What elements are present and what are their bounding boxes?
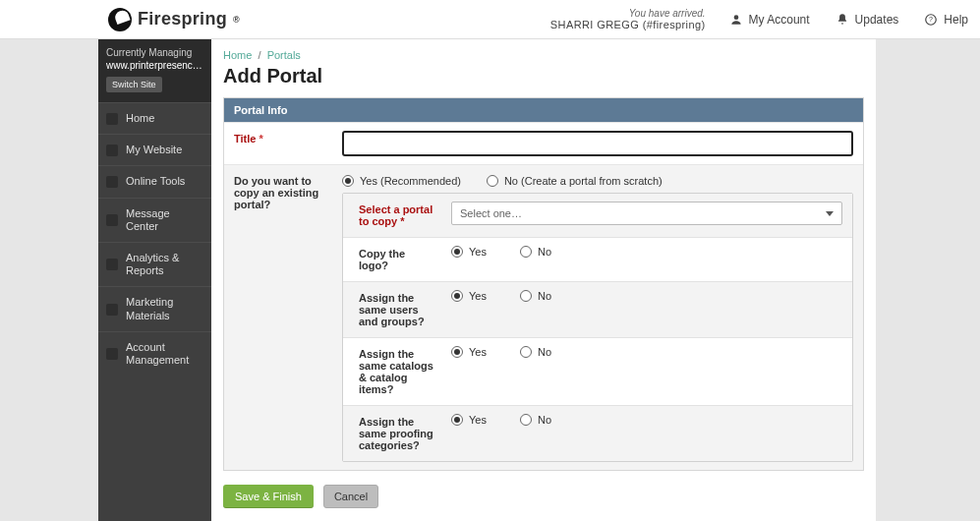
cancel-button[interactable]: Cancel (323, 485, 378, 508)
help-label: Help (944, 13, 968, 27)
assign-proofing-label: Assign the same proofing categories? (343, 406, 441, 461)
svg-text:?: ? (929, 16, 933, 23)
bell-icon (836, 13, 849, 27)
title-label: Title * (224, 123, 332, 164)
managing-label: Currently Managing (106, 47, 203, 58)
sidebar-item-my-website[interactable]: My Website (98, 134, 211, 165)
sidebar-item-label: Marketing Materials (126, 296, 203, 321)
assign-catalogs-yes[interactable]: Yes (451, 346, 487, 358)
managing-url: www.printerpresenc… (106, 60, 203, 71)
select-portal-dropdown[interactable]: Select one… (451, 202, 842, 225)
title-row: Title * (224, 122, 863, 164)
select-portal-row: Select a portal to copy * Select one… (343, 194, 852, 237)
sidebar-item-home[interactable]: Home (98, 102, 211, 134)
user-arrival: You have arrived. SHARRI GREGG (#firespr… (550, 8, 706, 30)
account-icon (106, 348, 118, 360)
assign-proofing-yes[interactable]: Yes (451, 414, 487, 426)
copy-logo-label: Copy the logo? (343, 238, 441, 281)
sidebar-item-message-center[interactable]: Message Center (98, 198, 211, 242)
radio-dot-icon (520, 246, 532, 258)
radio-dot-icon (487, 175, 498, 187)
chevron-down-icon (826, 211, 834, 216)
select-placeholder: Select one… (460, 207, 522, 219)
user-icon (729, 13, 743, 27)
sidebar-item-label: Online Tools (126, 175, 185, 188)
copy-portal-row: Do you want to copy an existing portal? … (224, 164, 863, 470)
sidebar-item-account[interactable]: Account Management (98, 331, 211, 376)
current-user-line: SHARRI GREGG (#firespring) (550, 19, 706, 30)
assign-catalogs-label: Assign the same catalogs & catalog items… (343, 338, 441, 405)
radio-dot-icon (451, 346, 463, 358)
brand-reg: ® (233, 15, 240, 25)
assign-proofing-no[interactable]: No (520, 414, 551, 426)
home-icon (106, 113, 118, 125)
copy-options-subpanel: Select a portal to copy * Select one… Co… (342, 193, 853, 462)
assign-users-row: Assign the same users and groups? Yes No (343, 281, 852, 337)
copy-no-label: No (Create a portal from scratch) (504, 175, 663, 187)
form-actions: Save & Finish Cancel (211, 471, 876, 521)
radio-dot-icon (520, 290, 532, 302)
updates-link[interactable]: Updates (836, 13, 899, 27)
sidebar-item-online-tools[interactable]: Online Tools (98, 165, 211, 197)
crumb-portals[interactable]: Portals (267, 49, 301, 61)
message-icon (106, 214, 118, 226)
assign-users-no[interactable]: No (520, 290, 551, 302)
my-account-link[interactable]: My Account (729, 13, 810, 27)
assign-catalogs-no[interactable]: No (520, 346, 551, 358)
copy-logo-no[interactable]: No (520, 246, 551, 258)
portal-info-panel: Portal Info Title * Do you want to copy … (223, 97, 864, 471)
save-button[interactable]: Save & Finish (223, 485, 314, 508)
copy-portal-radios: Yes (Recommended) No (Create a portal fr… (342, 173, 853, 187)
copy-yes-label: Yes (Recommended) (360, 175, 461, 187)
switch-site-button[interactable]: Switch Site (106, 77, 162, 92)
radio-dot-icon (451, 246, 463, 258)
assign-users-label: Assign the same users and groups? (343, 282, 441, 337)
crumb-home[interactable]: Home (223, 49, 252, 61)
my-account-label: My Account (749, 13, 810, 27)
copy-no-radio[interactable]: No (Create a portal from scratch) (487, 175, 663, 187)
svg-point-0 (733, 15, 738, 20)
sidebar: Currently Managing www.printerpresenc… S… (98, 39, 211, 521)
top-bar: Firespring® You have arrived. SHARRI GRE… (0, 0, 980, 39)
main-content: Home / Portals Add Portal Portal Info Ti… (211, 39, 876, 521)
website-icon (106, 145, 118, 156)
breadcrumb: Home / Portals (211, 39, 876, 61)
sidebar-item-label: Analytics & Reports (126, 252, 203, 277)
radio-dot-icon (342, 175, 354, 187)
sidebar-header: Currently Managing www.printerpresenc… S… (98, 39, 211, 102)
radio-dot-icon (451, 290, 463, 302)
select-portal-label: Select a portal to copy * (343, 194, 441, 237)
top-links: My Account Updates ? Help (729, 13, 968, 27)
help-link[interactable]: ? Help (924, 13, 968, 27)
analytics-icon (106, 259, 118, 270)
sidebar-item-marketing[interactable]: Marketing Materials (98, 286, 211, 330)
copy-yes-radio[interactable]: Yes (Recommended) (342, 175, 461, 187)
sidebar-item-label: Account Management (126, 341, 203, 367)
title-input[interactable] (342, 131, 853, 156)
brand-logo[interactable]: Firespring® (108, 8, 240, 31)
tools-icon (106, 176, 118, 188)
brand-mark-icon (108, 8, 132, 31)
panel-header: Portal Info (224, 98, 863, 122)
sidebar-item-label: My Website (126, 144, 182, 156)
copy-logo-yes[interactable]: Yes (451, 246, 487, 258)
sidebar-item-label: Home (126, 112, 154, 125)
arrived-tagline: You have arrived. (550, 8, 706, 19)
radio-dot-icon (451, 414, 463, 426)
assign-proofing-row: Assign the same proofing categories? Yes… (343, 405, 852, 461)
sidebar-item-label: Message Center (126, 207, 203, 233)
radio-dot-icon (520, 414, 532, 426)
radio-dot-icon (520, 346, 532, 358)
assign-catalogs-row: Assign the same catalogs & catalog items… (343, 337, 852, 405)
assign-users-yes[interactable]: Yes (451, 290, 487, 302)
brand-name: Firespring (138, 9, 227, 29)
sidebar-item-analytics[interactable]: Analytics & Reports (98, 242, 211, 286)
page-title: Add Portal (211, 61, 876, 97)
copy-logo-row: Copy the logo? Yes No (343, 237, 852, 281)
marketing-icon (106, 304, 118, 316)
copy-question-label: Do you want to copy an existing portal? (224, 165, 332, 470)
help-icon: ? (924, 13, 938, 27)
updates-label: Updates (855, 13, 899, 27)
